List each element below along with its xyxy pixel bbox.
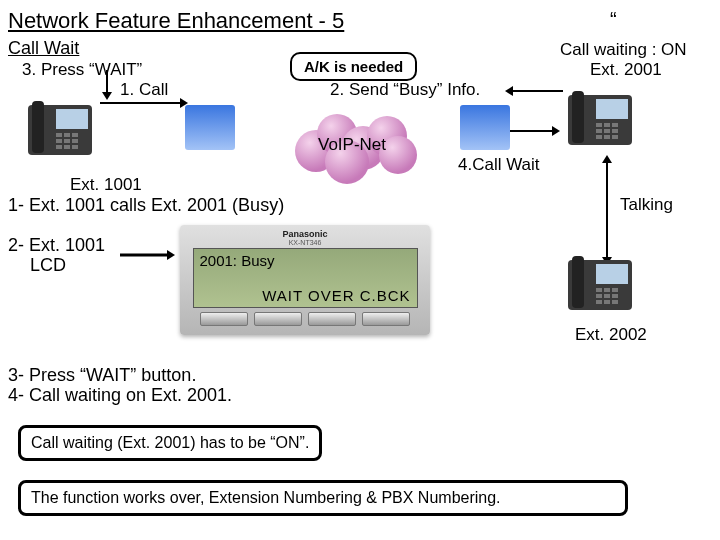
- svg-marker-48: [167, 250, 175, 260]
- label-line3: 3- Press “WAIT” button.: [8, 365, 196, 386]
- svg-rect-16: [604, 123, 610, 127]
- lcd-bottom-line: WAIT OVER C.BCK: [200, 287, 411, 304]
- svg-rect-5: [72, 133, 78, 137]
- lcd-softkeys: [200, 312, 410, 326]
- svg-rect-15: [596, 123, 602, 127]
- note-1: Call waiting (Ext. 2001) has to be “ON”.: [18, 425, 322, 461]
- lcd-device: Panasonic KX-NT346 2001: Busy WAIT OVER …: [180, 225, 430, 335]
- phone-ext1001: [20, 95, 100, 169]
- svg-marker-31: [552, 126, 560, 136]
- svg-marker-27: [102, 92, 112, 100]
- label-line2a: 2- Ext. 1001: [8, 235, 105, 256]
- lcd-model: KX-NT346: [289, 239, 322, 246]
- svg-rect-11: [72, 145, 78, 149]
- arrow-send-busy: [505, 86, 563, 96]
- svg-rect-37: [572, 256, 584, 308]
- label-line2b: LCD: [30, 255, 66, 276]
- phone-ext2001: [560, 85, 640, 159]
- svg-rect-44: [596, 300, 602, 304]
- lcd-brand: Panasonic: [282, 229, 327, 239]
- svg-rect-38: [596, 288, 602, 292]
- label-cw-on: Call waiting : ON: [560, 40, 687, 60]
- svg-rect-3: [56, 133, 62, 137]
- lcd-screen: 2001: Busy WAIT OVER C.BCK: [193, 248, 418, 308]
- label-talking: Talking: [620, 195, 673, 215]
- svg-rect-39: [604, 288, 610, 292]
- label-cw4: 4.Call Wait: [458, 155, 540, 175]
- svg-marker-33: [602, 155, 612, 163]
- svg-rect-13: [596, 99, 628, 119]
- page-title: Network Feature Enhancement - 5: [8, 8, 344, 34]
- svg-marker-25: [180, 98, 188, 108]
- svg-rect-18: [596, 129, 602, 133]
- svg-rect-9: [56, 145, 62, 149]
- svg-rect-7: [64, 139, 70, 143]
- svg-rect-2: [32, 101, 44, 153]
- label-send-busy: 2. Send “Busy” Info.: [330, 80, 480, 100]
- subtitle: Call Wait: [8, 38, 79, 59]
- lcd-top-line: 2001: Busy: [200, 252, 411, 269]
- arrow-lcd: [120, 250, 175, 260]
- arrow-cw4: [510, 126, 560, 136]
- label-press-wait: 3. Press “WAIT”: [22, 60, 142, 80]
- svg-marker-29: [505, 86, 513, 96]
- label-line1: 1- Ext. 1001 calls Ext. 2001 (Busy): [8, 195, 284, 216]
- label-call1: 1. Call: [120, 80, 168, 100]
- phone-ext2002: [560, 250, 640, 324]
- arrow-talking: [600, 155, 614, 265]
- label-voip: VoIP-Net: [318, 135, 386, 155]
- arrow-press-wait: [100, 70, 114, 100]
- svg-rect-14: [572, 91, 584, 143]
- svg-rect-45: [604, 300, 610, 304]
- svg-rect-20: [612, 129, 618, 133]
- svg-rect-42: [604, 294, 610, 298]
- svg-rect-23: [612, 135, 618, 139]
- svg-rect-4: [64, 133, 70, 137]
- label-ext1001: Ext. 1001: [70, 175, 142, 195]
- svg-rect-19: [604, 129, 610, 133]
- label-ext2001-top: Ext. 2001: [590, 60, 662, 80]
- svg-rect-46: [612, 300, 618, 304]
- label-line4: 4- Call waiting on Ext. 2001.: [8, 385, 232, 406]
- svg-rect-40: [612, 288, 618, 292]
- note-2: The function works over, Extension Numbe…: [18, 480, 628, 516]
- quote-mark: “: [610, 8, 617, 31]
- svg-rect-41: [596, 294, 602, 298]
- svg-rect-21: [596, 135, 602, 139]
- svg-rect-1: [56, 109, 88, 129]
- label-ext2002: Ext. 2002: [575, 325, 647, 345]
- svg-rect-22: [604, 135, 610, 139]
- svg-rect-36: [596, 264, 628, 284]
- gateway-right: [460, 105, 510, 150]
- svg-rect-43: [612, 294, 618, 298]
- svg-rect-10: [64, 145, 70, 149]
- svg-rect-6: [56, 139, 62, 143]
- svg-rect-8: [72, 139, 78, 143]
- svg-rect-17: [612, 123, 618, 127]
- gateway-left: [185, 105, 235, 150]
- ak-needed-badge: A/K is needed: [290, 52, 417, 81]
